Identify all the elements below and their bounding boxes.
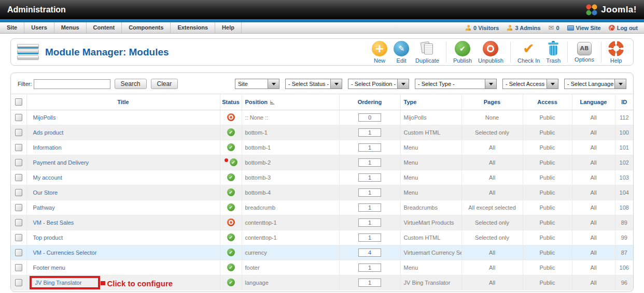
row-checkbox[interactable] [15, 264, 22, 271]
duplicate-button[interactable]: Duplicate [412, 41, 442, 64]
cell-type: Custom HTML [400, 125, 461, 140]
row-checkbox[interactable] [15, 114, 22, 121]
clear-button[interactable]: Clear [151, 79, 178, 89]
column-header-type[interactable]: Type [400, 94, 461, 110]
publish-button[interactable]: ✔Publish [450, 41, 475, 64]
ordering-input[interactable] [358, 188, 381, 197]
column-header-pages[interactable]: Pages [461, 94, 523, 110]
column-header-status[interactable]: Status [220, 94, 242, 110]
search-button[interactable]: Search [115, 79, 147, 89]
filter-select-language[interactable]: - Select Language - [564, 79, 626, 89]
options-button[interactable]: ABOptions [571, 41, 597, 63]
menu-item-components[interactable]: Components [122, 22, 171, 33]
ordering-input[interactable] [358, 203, 381, 212]
module-title-link[interactable]: VM - Best Sales [33, 219, 74, 226]
module-title-link[interactable]: Footer menu [33, 265, 65, 271]
trash-button[interactable]: Trash [543, 41, 564, 64]
column-header-language[interactable]: Language [572, 94, 615, 110]
cell-checkbox [11, 140, 26, 155]
messages-status[interactable]: ✉ 0 [549, 25, 559, 31]
select-all-checkbox[interactable] [15, 98, 22, 106]
module-title-link[interactable]: Top product [33, 235, 63, 241]
row-checkbox[interactable] [15, 279, 22, 286]
row-checkbox[interactable] [15, 159, 22, 166]
row-checkbox[interactable] [15, 249, 22, 256]
module-title-link[interactable]: Information [33, 144, 62, 151]
module-title-link[interactable]: JV Bing Translator [35, 280, 82, 286]
published-icon[interactable] [227, 128, 235, 136]
module-title-link[interactable]: Ads product [33, 129, 64, 136]
row-checkbox[interactable] [15, 129, 22, 136]
cell-status [220, 155, 242, 170]
module-title-link[interactable]: Payment and Delivery [33, 159, 89, 166]
cell-id: 101 [615, 140, 633, 155]
row-checkbox[interactable] [15, 204, 22, 211]
filter-input[interactable] [34, 79, 110, 89]
visitors-status[interactable]: 0 Visitors [465, 25, 499, 31]
published-icon[interactable] [227, 203, 235, 211]
row-checkbox[interactable] [15, 234, 22, 241]
cell-status [220, 275, 242, 290]
filter-select-access[interactable]: - Select Access - [502, 79, 558, 89]
published-icon[interactable] [230, 158, 237, 166]
ordering-input[interactable] [358, 248, 381, 257]
checkin-button[interactable]: ✔Check In [514, 41, 543, 64]
new-button[interactable]: +New [369, 41, 390, 64]
module-title-link[interactable]: Our Store [33, 189, 58, 196]
filter-select-site[interactable]: Site [235, 79, 279, 89]
ordering-input[interactable] [358, 233, 381, 242]
menu-item-users[interactable]: Users [24, 22, 54, 33]
published-icon[interactable] [227, 263, 235, 271]
column-header-title[interactable]: Title [26, 94, 220, 110]
edit-button[interactable]: ✎Edit [390, 41, 412, 64]
filter-select-type[interactable]: - Select Type - [415, 79, 497, 89]
ordering-input[interactable] [358, 218, 381, 227]
published-icon[interactable] [227, 248, 235, 256]
ordering-input[interactable] [358, 263, 381, 272]
unpublished-icon[interactable] [227, 218, 235, 226]
published-icon[interactable] [227, 233, 235, 241]
published-icon[interactable] [227, 188, 235, 196]
column-header-position[interactable]: Position [242, 94, 339, 110]
published-icon[interactable] [227, 143, 235, 151]
column-header-ordering[interactable]: Ordering [339, 94, 400, 110]
filter-select-position[interactable]: - Select Position - [348, 79, 409, 89]
logout-link[interactable]: Log out [609, 25, 638, 31]
ordering-input[interactable] [358, 143, 381, 152]
menu-item-content[interactable]: Content [87, 22, 122, 33]
column-header-access[interactable]: Access [523, 94, 572, 110]
edit-button-label: Edit [397, 57, 407, 64]
column-header-id[interactable]: ID [615, 94, 633, 110]
row-checkbox[interactable] [15, 189, 22, 196]
cell-checkbox [11, 170, 26, 185]
published-icon[interactable] [227, 279, 235, 286]
module-title-link[interactable]: VM - Currencies Selector [33, 250, 97, 256]
module-title-link[interactable]: Pathway [33, 204, 55, 211]
menu-item-extensions[interactable]: Extensions [171, 22, 215, 33]
admins-status[interactable]: 3 Admins [507, 25, 540, 31]
row-checkbox[interactable] [15, 219, 22, 226]
row-checkbox[interactable] [15, 144, 22, 151]
menu-item-site[interactable]: Site [0, 22, 24, 33]
unpublish-button[interactable]: Unpublish [475, 41, 507, 64]
cell-position: bottom-1 [242, 125, 339, 140]
module-title-link[interactable]: MijoPolls [33, 114, 56, 121]
ordering-input[interactable] [358, 279, 381, 287]
ordering-input[interactable] [358, 158, 381, 167]
joomla-star-icon [585, 3, 598, 17]
ordering-input[interactable] [358, 113, 381, 122]
menu-item-help[interactable]: Help [215, 22, 242, 33]
help-button[interactable]: Help [605, 41, 627, 64]
cell-position: language [242, 275, 339, 290]
view-site-link[interactable]: View Site [567, 25, 601, 31]
filter-select-status[interactable]: - Select Status - [285, 79, 342, 89]
published-icon[interactable] [227, 173, 235, 181]
row-checkbox[interactable] [15, 174, 22, 181]
ordering-input[interactable] [358, 173, 381, 182]
unpublished-icon[interactable] [227, 113, 235, 121]
ordering-input[interactable] [358, 128, 381, 137]
module-title-link[interactable]: My account [33, 174, 62, 181]
cell-type: MijoPolls [400, 110, 461, 125]
menu-item-menus[interactable]: Menus [54, 22, 87, 33]
cell-ordering [339, 200, 400, 215]
